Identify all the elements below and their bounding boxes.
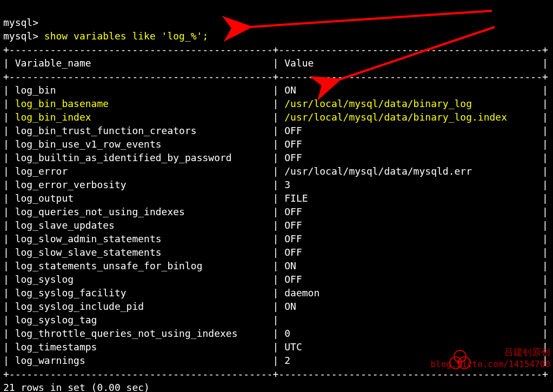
prompt: mysql> xyxy=(3,30,44,42)
variable-name: log_bin xyxy=(15,84,267,96)
variable-name: log_bin_trust_function_creators xyxy=(15,125,267,136)
variable-name: log_syslog_facility xyxy=(15,287,267,298)
variable-name: log_bin_index xyxy=(15,111,267,123)
variable-value: ON xyxy=(284,260,536,271)
table-row: | log_bin_trust_function_creators | OFF … xyxy=(3,125,548,136)
variable-name: log_error_verbosity xyxy=(15,179,267,190)
variable-value: FILE xyxy=(284,192,536,204)
terminal-output: mysql> mysql> show variables like 'log_%… xyxy=(0,0,553,392)
variable-name: log_bin_basename xyxy=(15,98,267,109)
variable-name: log_queries_not_using_indexes xyxy=(15,206,267,217)
table-row: | log_error | /usr/local/mysql/data/mysq… xyxy=(3,165,548,177)
table-row: | log_syslog_tag | | xyxy=(3,314,548,325)
table-row: | log_syslog | OFF | xyxy=(3,274,548,285)
table-row: | log_statements_unsafe_for_binlog | ON … xyxy=(3,260,548,271)
table-row: | log_bin_basename | /usr/local/mysql/da… xyxy=(3,98,548,109)
variable-value: /usr/local/mysql/data/binary_log.index xyxy=(284,111,536,123)
variable-value: OFF xyxy=(284,152,536,163)
table-row: | log_slow_admin_statements | OFF | xyxy=(3,233,548,244)
watermark-line2: blog.51cto.com/14154700 xyxy=(430,358,550,370)
watermark-text: 吕建钊原创 blog.51cto.com/14154700 xyxy=(430,347,550,370)
variable-name: log_statements_unsafe_for_binlog xyxy=(15,260,267,271)
variable-value: OFF xyxy=(284,125,536,136)
table-row: | log_slave_updates | OFF | xyxy=(3,220,548,231)
variable-value: OFF xyxy=(284,233,536,244)
table-row: | log_output | FILE | xyxy=(3,192,548,204)
variable-value: /usr/local/mysql/data/mysqld.err xyxy=(284,165,536,177)
variable-value: 0 xyxy=(284,328,536,339)
watermark-line1: 吕建钊原创 xyxy=(430,347,550,358)
table-row: | log_bin | ON | xyxy=(3,84,548,96)
variable-value: OFF xyxy=(284,247,536,258)
sql-command: show variables like 'log_%'; xyxy=(44,30,208,42)
table-border-mid: +---------------------------------------… xyxy=(3,71,548,82)
table-header: | Variable_name | Value | xyxy=(3,57,548,69)
variable-value: ON xyxy=(284,84,536,96)
variable-value: /usr/local/mysql/data/binary_log xyxy=(284,98,536,109)
variable-value: OFF xyxy=(284,138,536,150)
table-row: | log_error_verbosity | 3 | xyxy=(3,179,548,190)
variable-name: log_output xyxy=(15,192,267,204)
table-row: | log_bin_index | /usr/local/mysql/data/… xyxy=(3,111,548,123)
result-summary: 21 rows in set (0.00 sec) xyxy=(3,382,150,392)
variable-value xyxy=(284,314,536,325)
variable-name: log_warnings xyxy=(15,355,267,366)
variable-name: log_slow_slave_statements xyxy=(15,247,267,258)
variable-name: log_syslog_tag xyxy=(15,314,267,325)
variable-name: log_syslog xyxy=(15,274,267,285)
prompt-blank: mysql> xyxy=(3,17,38,28)
variable-value: daemon xyxy=(284,287,536,298)
variable-value: OFF xyxy=(284,206,536,217)
variable-name: log_throttle_queries_not_using_indexes xyxy=(15,328,267,339)
variable-name: log_slow_admin_statements xyxy=(15,233,267,244)
table-border-top: +---------------------------------------… xyxy=(3,44,548,55)
table-row: | log_syslog_facility | daemon | xyxy=(3,287,548,298)
variable-name: log_slave_updates xyxy=(15,220,267,231)
variable-name: log_timestamps xyxy=(15,341,267,353)
variable-name: log_bin_use_v1_row_events xyxy=(15,138,267,150)
table-row: | log_slow_slave_statements | OFF | xyxy=(3,247,548,258)
table-row: | log_syslog_include_pid | ON | xyxy=(3,301,548,312)
variable-value: ON xyxy=(284,301,536,312)
variable-value: OFF xyxy=(284,274,536,285)
variable-name: log_syslog_include_pid xyxy=(15,301,267,312)
table-row: | log_bin_use_v1_row_events | OFF | xyxy=(3,138,548,150)
variable-value: 3 xyxy=(284,179,536,190)
table-row: | log_builtin_as_identified_by_password … xyxy=(3,152,548,163)
table-row: | log_queries_not_using_indexes | OFF | xyxy=(3,206,548,217)
variable-name: log_error xyxy=(15,165,267,177)
variable-value: OFF xyxy=(284,220,536,231)
variable-name: log_builtin_as_identified_by_password xyxy=(15,152,267,163)
table-row: | log_throttle_queries_not_using_indexes… xyxy=(3,328,548,339)
